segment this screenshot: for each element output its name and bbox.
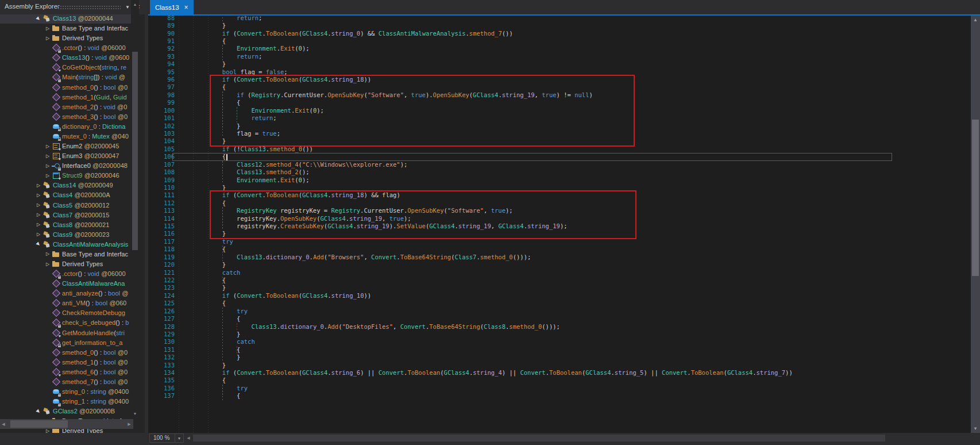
tree-item[interactable]: ▶ClassAntiMalwareAnalysis [0,239,131,249]
code-line[interactable]: catch [179,338,255,346]
expander-icon[interactable]: ▶ [34,240,43,249]
code-line[interactable]: } [179,230,226,237]
tree-item[interactable]: ▷♥Enum2 @02000045 [0,141,131,151]
tree-item[interactable]: get_information_to_a [0,337,131,347]
zoom-level-select[interactable]: 100 % [149,434,175,443]
scroll-down-icon[interactable]: ▼ [131,411,139,417]
tree-item[interactable]: smethod_0() : bool @0 [0,82,131,92]
tree-item[interactable]: ♥GetModuleHandle(stri [0,328,131,337]
tree-item[interactable]: anti_analyze() : bool @ [0,289,131,298]
expander-icon[interactable]: ▷ [34,183,43,188]
code-line[interactable]: } [179,184,226,191]
expander-icon[interactable]: ▷ [44,251,52,256]
tree-item[interactable]: ▷Class9 @02000023 [0,229,131,239]
tree-item[interactable]: ▷Class7 @02000015 [0,210,131,220]
tree-item[interactable]: ▷Base Type and Interfac [0,249,131,259]
code-line[interactable]: return; [179,16,262,22]
tab-class13[interactable]: Class13 × [150,0,194,14]
zoom-dropdown-icon[interactable]: ▼ [175,434,184,443]
code-line[interactable]: { [179,346,240,354]
expander-icon[interactable]: ▷ [44,36,52,41]
expander-icon[interactable]: ▷ [44,154,52,159]
code-line[interactable]: Environment.Exit(0); [179,177,310,184]
code-line[interactable]: } [179,122,240,130]
code-line[interactable]: return; [179,114,277,122]
tree-vertical-scrollbar[interactable]: ▲ ▼ [131,0,139,419]
code-line[interactable]: catch [179,269,240,277]
code-line[interactable]: flag = true; [179,130,280,137]
code-line[interactable]: } [179,60,226,68]
code-line[interactable]: } [179,331,240,338]
tree-vscroll-thumb[interactable] [132,52,138,250]
expander-icon[interactable]: ▷ [34,202,43,208]
tree-item[interactable]: ▶GClass2 @0200000B [0,406,131,416]
tree-item[interactable]: smethod_2() : void @0 [0,102,131,112]
tree-item[interactable]: ♥smethod_6() : bool @0 [0,367,131,377]
tree-horizontal-scrollbar[interactable]: ◀ ▶ [0,419,133,429]
code-line[interactable]: if (Convert.ToBoolean(GClass4.string_10)… [179,292,371,300]
scroll-down-icon[interactable]: ▼ [971,425,980,432]
tree-item[interactable]: check_is_debuged() : b [0,318,131,328]
code-line[interactable]: Class13.dictionary_0.Add("Browsers", Con… [179,254,531,261]
code-line[interactable]: Class13.smethod_2(); [179,168,310,176]
tree-item[interactable]: .cctor() : void @06000 [0,43,131,53]
editor-vertical-scrollbar[interactable]: ▲ ▼ [971,16,980,433]
editor-hscroll-thumb[interactable] [193,435,885,442]
tree-item[interactable]: ▷Derived Types [0,33,131,43]
expander-icon[interactable]: ▷ [44,26,52,31]
expander-icon[interactable]: ▶ [34,406,43,416]
code-line[interactable]: Class12.smethod_4("C:\\Windows\\explorer… [179,161,407,168]
code-line[interactable]: if (Convert.ToBoolean(GClass4.string_6) … [179,369,793,377]
tree-item[interactable]: smethod_1(Guid, Guid [0,92,131,102]
code-line[interactable]: registryKey.OpenSubKey(GClass4.string_19… [179,215,411,222]
tree-item[interactable]: ▷Base Type and Interfac [0,24,131,33]
tree-item[interactable]: ▷Class4 @0200000A [0,190,131,200]
code-line[interactable]: { [179,392,240,400]
code-line[interactable]: { [179,245,226,253]
tree-item[interactable]: ▷♥Enum3 @02000047 [0,151,131,161]
code-line[interactable]: { [179,300,226,307]
code-line[interactable]: RegistryKey registryKey = Registry.Curre… [179,207,513,214]
code-line[interactable]: { [179,37,226,45]
code-line[interactable]: return; [179,53,262,60]
code-line[interactable]: try [179,308,248,315]
expander-icon[interactable]: ▷ [34,222,43,227]
code-line[interactable]: { [179,315,240,323]
scroll-up-icon[interactable]: ▲ [971,16,980,24]
code-line[interactable]: try [179,238,233,245]
code-line[interactable]: try [179,385,248,392]
expander-icon[interactable]: ▷ [44,173,52,178]
code-line[interactable]: } [179,261,226,268]
scroll-left-icon[interactable]: ◀ [185,433,192,443]
scroll-up-icon[interactable]: ▲ [131,1,139,8]
tree-item[interactable]: ClassAntiMalwareAna [0,279,131,289]
expander-icon[interactable]: ▷ [34,212,43,217]
code-line[interactable]: bool flag = false; [179,68,288,76]
tree-item[interactable]: ▷Derived Types [0,259,131,269]
tree-item[interactable]: .cctor() : void @06000 [0,269,131,279]
code-line[interactable]: if (Convert.ToBoolean(GClass4.string_18)… [179,76,371,83]
tab-close-icon[interactable]: × [184,4,188,11]
code-line[interactable]: if (Registry.CurrentUser.OpenSubKey("Sof… [179,91,593,99]
code-line[interactable]: if (Convert.ToBoolean(GClass4.string_18)… [179,191,400,199]
tree-item[interactable]: ▷Class5 @02000012 [0,200,131,210]
tree-item[interactable]: Main(string[]) : void @ [0,72,131,82]
code-editor[interactable]: 88return;89}90if (Convert.ToBoolean(GCla… [148,16,971,433]
code-line[interactable]: } [179,284,226,291]
code-line[interactable]: } [179,22,226,29]
tree-item[interactable]: ▷Interface0 @02000048 [0,161,131,171]
tree-item[interactable]: smethod_1() : bool @0 [0,357,131,367]
expander-icon[interactable]: ▷ [44,163,52,168]
tree-item[interactable]: anti_VM() : bool @060 [0,298,131,308]
tree-item[interactable]: ▶Class13 @02000044 [0,14,131,24]
code-line[interactable]: Environment.Exit(0); [179,107,324,114]
expander-icon[interactable]: ▷ [44,262,52,267]
code-line[interactable]: } [179,354,240,361]
scroll-right-icon[interactable]: ▶ [126,419,133,429]
tree-item[interactable]: smethod_3() : bool @0 [0,112,131,121]
tree-item[interactable]: ♥CoGetObject(string, re [0,63,131,72]
expander-icon[interactable]: ▷ [34,232,43,237]
expander-icon[interactable]: ▶ [34,14,43,23]
editor-vscroll-thumb[interactable] [972,120,979,276]
expander-icon[interactable]: ▷ [44,144,52,149]
